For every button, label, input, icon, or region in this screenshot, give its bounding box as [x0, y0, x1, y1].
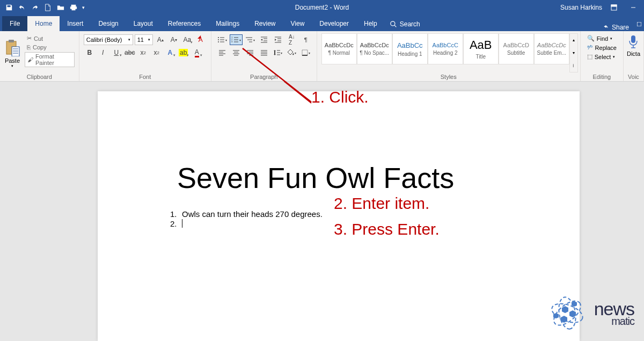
line-spacing-button[interactable]: ▾: [272, 47, 284, 58]
list-item-2: 2.: [170, 219, 182, 228]
svg-marker-61: [569, 310, 576, 317]
tab-help[interactable]: Help: [356, 16, 385, 31]
style-normal[interactable]: AaBbCcDc¶ Normal: [321, 33, 357, 64]
borders-button[interactable]: ▾: [299, 47, 312, 58]
justify-button[interactable]: [258, 47, 270, 58]
tab-review[interactable]: Review: [247, 16, 283, 31]
dictate-icon[interactable]: [627, 34, 639, 49]
subscript-button[interactable]: x2: [137, 47, 149, 58]
clear-format-button[interactable]: A◢: [195, 34, 207, 45]
group-font: Calibri (Body)▾ 11▾ A▴ A▾ Aa A◢ B I U ab…: [79, 31, 211, 81]
redo-icon[interactable]: [29, 2, 41, 13]
undo-icon[interactable]: [16, 2, 28, 13]
text-effects-button[interactable]: A: [164, 47, 176, 58]
italic-button[interactable]: I: [97, 47, 109, 58]
change-case-button[interactable]: Aa: [181, 34, 193, 45]
replace-icon: ᵃ⁄ᵇ: [587, 44, 593, 51]
ribbon-options-icon[interactable]: [606, 2, 621, 13]
tab-layout[interactable]: Layout: [126, 16, 160, 31]
select-icon: ⬚: [587, 53, 592, 60]
svg-line-4: [394, 25, 396, 27]
share-button[interactable]: Share: [596, 24, 634, 31]
font-name-combo[interactable]: Calibri (Body)▾: [84, 34, 133, 45]
tab-home[interactable]: Home: [27, 16, 60, 31]
comments-icon[interactable]: ☐: [634, 18, 644, 31]
tab-mailings[interactable]: Mailings: [208, 16, 247, 31]
style-no-spacing[interactable]: AaBbCcDc¶ No Spac...: [357, 33, 392, 64]
bold-button[interactable]: B: [84, 47, 96, 58]
cut-button[interactable]: ✂Cut: [25, 34, 75, 42]
newsmatic-logo: news matic: [546, 292, 634, 335]
tab-developer[interactable]: Developer: [312, 16, 356, 31]
group-label-voice: Voic: [626, 72, 641, 81]
search-icon: [390, 21, 397, 28]
sort-button[interactable]: A↓Z: [286, 34, 298, 45]
style-title[interactable]: AaBTitle: [463, 33, 499, 64]
font-color-button[interactable]: A: [191, 47, 203, 58]
strike-button[interactable]: abc: [124, 47, 136, 58]
svg-rect-1: [611, 5, 617, 6]
highlight-button[interactable]: ab: [178, 47, 189, 58]
svg-point-59: [550, 296, 584, 330]
group-label-font: Font: [82, 72, 209, 81]
styles-gallery[interactable]: AaBbCcDc¶ Normal AaBbCcDc¶ No Spac... Aa…: [319, 32, 578, 72]
svg-rect-53: [302, 50, 308, 55]
replace-button[interactable]: ᵃ⁄ᵇReplace: [586, 43, 618, 52]
font-size-combo[interactable]: 11▾: [135, 34, 153, 45]
increase-indent-button[interactable]: [272, 34, 284, 45]
tab-view[interactable]: View: [283, 16, 312, 31]
decrease-indent-button[interactable]: [258, 34, 270, 45]
group-editing: 🔍Find▾ ᵃ⁄ᵇReplace ⬚Select▾ Editing: [581, 31, 624, 81]
brush-icon: 🖌: [27, 56, 33, 63]
grow-font-button[interactable]: A▴: [155, 34, 166, 45]
group-clipboard: Paste ▾ ✂Cut ⎘Copy 🖌Format Painter Clipb…: [0, 31, 79, 81]
align-right-button[interactable]: [244, 47, 257, 58]
search-box[interactable]: Search: [385, 17, 426, 31]
style-heading1[interactable]: AaBbCcHeading 1: [392, 33, 428, 64]
new-doc-icon[interactable]: [42, 2, 54, 13]
align-center-button[interactable]: [230, 47, 243, 58]
multilevel-button[interactable]: ▾: [244, 34, 257, 45]
select-button[interactable]: ⬚Select▾: [586, 53, 618, 61]
numbering-button[interactable]: 123▾: [230, 34, 243, 45]
group-styles: AaBbCcDc¶ Normal AaBbCcDc¶ No Spac... Aa…: [317, 31, 581, 81]
shrink-font-button[interactable]: A▾: [168, 34, 180, 45]
tab-references[interactable]: References: [160, 16, 208, 31]
style-heading2[interactable]: AaBbCcCHeading 2: [428, 33, 463, 64]
format-painter-button[interactable]: 🖌Format Painter: [25, 52, 75, 67]
ribbon-tabs: File Home Insert Design Layout Reference…: [0, 15, 644, 31]
tab-insert[interactable]: Insert: [60, 16, 91, 31]
annotation-3: 3. Press Enter.: [334, 220, 440, 238]
style-subtle-em[interactable]: AaBbCcDcSubtle Em...: [534, 33, 569, 64]
bullets-button[interactable]: ▾: [216, 34, 229, 45]
find-icon: 🔍: [587, 35, 595, 42]
group-paragraph: ▾ 123▾ ▾ A↓Z ¶ ▾ ▾ ▾: [211, 31, 317, 81]
styles-scroll[interactable]: ▴▾⁞: [569, 33, 578, 72]
svg-marker-64: [553, 313, 559, 318]
search-label: Search: [400, 20, 420, 28]
svg-point-11: [218, 37, 219, 38]
paste-icon: [4, 39, 20, 56]
shading-button[interactable]: ▾: [286, 47, 298, 58]
underline-button[interactable]: U: [111, 47, 122, 58]
align-left-button[interactable]: [216, 47, 229, 58]
document-title: Document2 - Word: [295, 4, 349, 11]
qat-more-icon[interactable]: ▾: [82, 5, 85, 10]
user-name[interactable]: Susan Harkins: [560, 4, 602, 11]
ribbon: Paste ▾ ✂Cut ⎘Copy 🖌Format Painter Clipb…: [0, 31, 644, 82]
style-subtitle[interactable]: AaBbCcDSubtitle: [499, 33, 534, 64]
show-marks-button[interactable]: ¶: [299, 34, 312, 45]
annotation-2: 2. Enter item.: [334, 194, 429, 213]
tab-file[interactable]: File: [2, 16, 27, 31]
find-button[interactable]: 🔍Find▾: [586, 34, 618, 42]
svg-text:3: 3: [231, 40, 233, 43]
superscript-button[interactable]: x2: [151, 47, 163, 58]
tab-design[interactable]: Design: [91, 16, 126, 31]
copy-button[interactable]: ⎘Copy: [25, 43, 75, 51]
paste-button[interactable]: Paste ▾: [2, 32, 23, 72]
print-preview-icon[interactable]: [68, 2, 79, 13]
open-icon[interactable]: [55, 2, 67, 13]
minimize-icon[interactable]: [626, 2, 641, 13]
save-icon[interactable]: [3, 2, 15, 13]
document-page[interactable]: Seven Fun Owl Facts 1. Owls can turn the…: [98, 91, 580, 341]
